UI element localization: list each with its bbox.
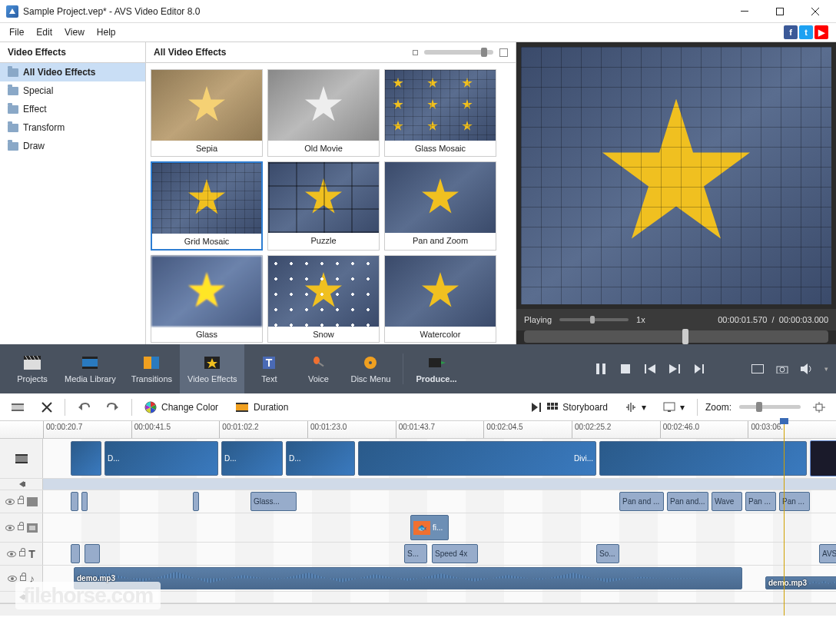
effect-thumb-watercolor[interactable]: Watercolor <box>384 255 496 343</box>
audio-clip[interactable]: demo.mp3 <box>74 567 742 589</box>
maximize-button[interactable] <box>762 0 798 23</box>
effect-thumb-pan-and-zoom[interactable]: Pan and Zoom <box>384 161 496 251</box>
menu-edit[interactable]: Edit <box>30 25 58 39</box>
youtube-icon[interactable]: ▶ <box>814 25 828 39</box>
effect-thumb-puzzle[interactable]: Puzzle <box>267 161 380 251</box>
eye-icon[interactable] <box>7 551 16 557</box>
split-clip-button[interactable] <box>6 398 29 417</box>
eye-icon[interactable] <box>5 499 15 505</box>
text-clip[interactable]: S... <box>404 544 427 563</box>
timeline-zoom-slider[interactable] <box>739 405 801 409</box>
speed-slider[interactable] <box>559 318 629 321</box>
effect-thumb-glass[interactable]: Glass <box>151 255 263 343</box>
tree-item-draw[interactable]: Draw <box>0 137 145 155</box>
effect-thumb-old-movie[interactable]: Old Movie <box>267 69 380 157</box>
effect-clip[interactable]: Glass... <box>250 492 297 511</box>
tree-item-transform[interactable]: Transform <box>0 118 145 137</box>
minimize-button[interactable] <box>727 0 762 23</box>
tab-disc-menu[interactable]: Disc Menu <box>343 344 398 393</box>
timeline-ruler[interactable]: 00:00:20.700:00:41.500:01:02.200:01:23.0… <box>0 421 836 439</box>
change-color-button[interactable]: Change Color <box>140 398 223 417</box>
time-total: 00:00:03.000 <box>779 315 828 324</box>
svg-marker-26 <box>695 364 701 373</box>
snapshot-button[interactable] <box>775 362 789 376</box>
pause-button[interactable] <box>594 362 608 376</box>
tab-video-effects[interactable]: Video Effects <box>180 344 244 393</box>
eye-icon[interactable] <box>8 576 17 582</box>
next-button[interactable] <box>668 362 682 376</box>
lock-icon[interactable] <box>20 576 26 581</box>
text-clip[interactable]: AVS Vid... <box>819 544 836 563</box>
effect-clip[interactable]: Pan and ... <box>619 492 664 511</box>
eye-icon[interactable] <box>5 525 15 531</box>
facebook-icon[interactable]: f <box>784 25 798 39</box>
lock-icon[interactable] <box>19 551 25 556</box>
video-clip[interactable]: D... <box>221 441 283 476</box>
video-clip[interactable] <box>71 441 101 476</box>
thumb-size-small-icon[interactable] <box>413 50 418 55</box>
effect-thumb-grid-mosaic[interactable]: Grid Mosaic <box>151 161 263 251</box>
menu-file[interactable]: File <box>3 25 30 39</box>
text-clip[interactable]: Speed 4x <box>432 544 478 563</box>
video-clip[interactable]: D... <box>286 441 355 476</box>
gallery-zoom-slider[interactable] <box>424 50 493 55</box>
delete-button[interactable] <box>37 399 57 416</box>
video-clip[interactable]: D... <box>104 441 218 476</box>
storyboard-toggle[interactable]: Storyboard <box>527 399 612 416</box>
step-button[interactable] <box>692 362 706 376</box>
tree-item-special[interactable]: Special <box>0 81 145 100</box>
effect-thumb-snow[interactable]: Snow <box>267 255 380 343</box>
menu-help[interactable]: Help <box>91 25 122 39</box>
menu-view[interactable]: View <box>58 25 91 39</box>
undo-button[interactable] <box>73 399 95 416</box>
preview-display-button[interactable]: ▾ <box>659 399 689 416</box>
svg-marker-36 <box>114 404 118 410</box>
playback-speed: 1x <box>636 315 645 324</box>
video-clip[interactable] <box>810 440 836 476</box>
twitter-icon[interactable]: t <box>799 25 813 39</box>
speaker-icon[interactable] <box>19 594 24 600</box>
audio-clip[interactable]: demo.mp3 <box>765 576 836 589</box>
audio-mix-button[interactable]: ▾ <box>620 399 651 416</box>
tab-transitions[interactable]: Transitions <box>124 344 180 393</box>
tab-text[interactable]: TText <box>244 344 294 393</box>
tab-media-library[interactable]: Media Library <box>57 344 124 393</box>
effect-thumb-sepia[interactable]: Sepia <box>151 69 263 157</box>
tab-voice[interactable]: Voice <box>294 344 343 393</box>
clapper-icon <box>22 354 42 371</box>
microphone-icon <box>308 354 328 371</box>
overlay-clip[interactable]: 🐟 fi... <box>410 515 449 540</box>
close-button[interactable] <box>798 0 833 23</box>
speaker-icon[interactable] <box>19 481 24 487</box>
fit-timeline-button[interactable] <box>808 399 830 416</box>
timeline-scrollbar[interactable] <box>0 603 836 616</box>
svg-rect-27 <box>702 364 704 373</box>
lock-icon[interactable] <box>18 525 24 530</box>
tab-projects[interactable]: Projects <box>8 344 57 393</box>
duration-button[interactable]: Duration <box>231 399 293 416</box>
prev-button[interactable] <box>643 362 657 376</box>
video-clip[interactable] <box>599 441 807 476</box>
redo-button[interactable] <box>102 399 124 416</box>
video-clip[interactable]: Divi... <box>358 441 596 476</box>
svg-rect-2 <box>24 360 41 370</box>
thumb-size-large-icon[interactable] <box>499 48 508 57</box>
stop-button[interactable] <box>619 362 632 376</box>
tree-item-effect[interactable]: Effect <box>0 100 145 118</box>
svg-rect-47 <box>551 407 554 410</box>
volume-button[interactable] <box>800 362 814 376</box>
effect-clip[interactable]: Pan ... <box>745 492 776 511</box>
text-clip[interactable]: So... <box>596 544 619 563</box>
svg-rect-45 <box>555 403 558 406</box>
tree-item-all-video-effects[interactable]: All Video Effects <box>0 63 145 81</box>
playhead[interactable] <box>784 421 785 616</box>
fullscreen-button[interactable] <box>751 362 765 376</box>
svg-rect-22 <box>645 364 646 373</box>
tab-produce[interactable]: Produce... <box>408 344 464 393</box>
effect-thumb-glass-mosaic[interactable]: Glass Mosaic <box>384 69 496 157</box>
folder-icon <box>8 68 18 77</box>
effect-clip[interactable]: Pan and... <box>667 492 708 511</box>
preview-scrubber[interactable] <box>524 330 828 343</box>
effect-clip[interactable]: Wave <box>712 492 742 511</box>
lock-icon[interactable] <box>18 499 24 504</box>
